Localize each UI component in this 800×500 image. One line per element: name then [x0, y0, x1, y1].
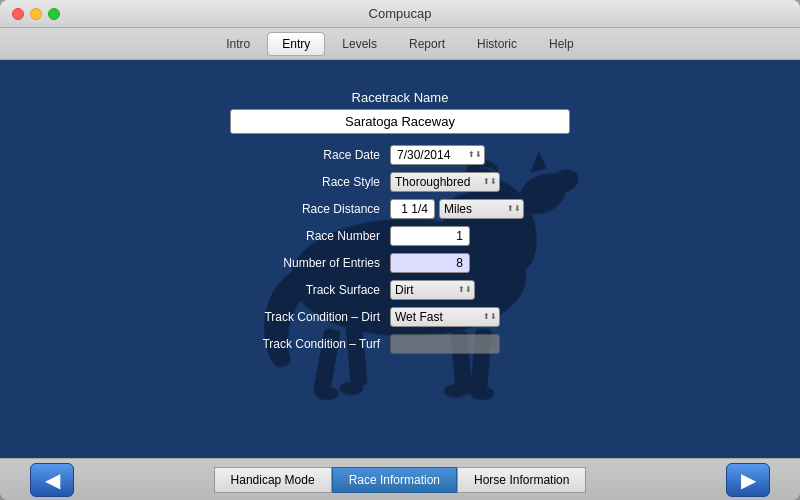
race-date-label: Race Date: [230, 148, 390, 162]
number-of-entries-label: Number of Entries: [230, 256, 390, 270]
race-style-row: Race Style Thoroughbred Quarter Horse Ha…: [230, 171, 570, 193]
race-number-input[interactable]: [390, 226, 470, 246]
main-content: Racetrack Name Race Date Race Style Thor…: [0, 60, 800, 458]
minimize-button[interactable]: [30, 8, 42, 20]
maximize-button[interactable]: [48, 8, 60, 20]
track-surface-select[interactable]: Dirt Turf Synthetic: [390, 280, 475, 300]
horse-information-button[interactable]: Horse Information: [457, 467, 586, 493]
track-condition-turf-wrapper: [390, 334, 500, 354]
racetrack-name-label: Racetrack Name: [230, 90, 570, 105]
race-style-wrapper: Thoroughbred Quarter Horse Harness: [390, 172, 500, 192]
track-condition-dirt-label: Track Condition – Dirt: [230, 310, 390, 324]
race-number-row: Race Number: [230, 225, 570, 247]
track-surface-row: Track Surface Dirt Turf Synthetic: [230, 279, 570, 301]
race-date-row: Race Date: [230, 144, 570, 166]
right-arrow-icon: ▶: [741, 468, 756, 492]
form-container: Racetrack Name Race Date Race Style Thor…: [230, 90, 570, 360]
left-arrow-icon: ◀: [45, 468, 60, 492]
race-style-select[interactable]: Thoroughbred Quarter Horse Harness: [390, 172, 500, 192]
tab-help[interactable]: Help: [534, 32, 589, 56]
race-date-wrapper: [390, 145, 485, 165]
close-button[interactable]: [12, 8, 24, 20]
handicap-mode-button[interactable]: Handicap Mode: [214, 467, 332, 493]
distance-unit-select[interactable]: Miles Furlongs Yards: [439, 199, 524, 219]
track-condition-dirt-row: Track Condition – Dirt Wet Fast Fast Goo…: [230, 306, 570, 328]
tab-intro[interactable]: Intro: [211, 32, 265, 56]
tab-historic[interactable]: Historic: [462, 32, 532, 56]
tab-entry[interactable]: Entry: [267, 32, 325, 56]
main-window: Compucap Intro Entry Levels Report Histo…: [0, 0, 800, 500]
tabbar: Intro Entry Levels Report Historic Help: [0, 28, 800, 60]
traffic-lights: [12, 8, 60, 20]
track-condition-turf-row: Track Condition – Turf: [230, 333, 570, 355]
track-condition-dirt-wrapper: Wet Fast Fast Good Muddy Sloppy: [390, 307, 500, 327]
race-distance-label: Race Distance: [230, 202, 390, 216]
track-condition-turf-select[interactable]: [390, 334, 500, 354]
forward-arrow-button[interactable]: ▶: [726, 463, 770, 497]
number-of-entries-row: Number of Entries: [230, 252, 570, 274]
track-condition-dirt-select[interactable]: Wet Fast Fast Good Muddy Sloppy: [390, 307, 500, 327]
back-arrow-button[interactable]: ◀: [30, 463, 74, 497]
number-of-entries-input[interactable]: [390, 253, 470, 273]
race-distance-row: Race Distance Miles Furlongs Yards: [230, 198, 570, 220]
form-area: Racetrack Name Race Date Race Style Thor…: [0, 80, 800, 408]
race-style-label: Race Style: [230, 175, 390, 189]
track-condition-turf-label: Track Condition – Turf: [230, 337, 390, 351]
window-title: Compucap: [369, 6, 432, 21]
racetrack-name-input[interactable]: [230, 109, 570, 134]
race-distance-group: Miles Furlongs Yards: [390, 199, 524, 219]
distance-unit-wrapper: Miles Furlongs Yards: [439, 199, 524, 219]
race-distance-input[interactable]: [390, 199, 435, 219]
race-number-label: Race Number: [230, 229, 390, 243]
tab-report[interactable]: Report: [394, 32, 460, 56]
race-information-button[interactable]: Race Information: [332, 467, 457, 493]
track-surface-label: Track Surface: [230, 283, 390, 297]
tab-levels[interactable]: Levels: [327, 32, 392, 56]
bottom-nav: ◀ Handicap Mode Race Information Horse I…: [0, 458, 800, 500]
track-surface-wrapper: Dirt Turf Synthetic: [390, 280, 475, 300]
titlebar: Compucap: [0, 0, 800, 28]
race-date-input[interactable]: [390, 145, 485, 165]
